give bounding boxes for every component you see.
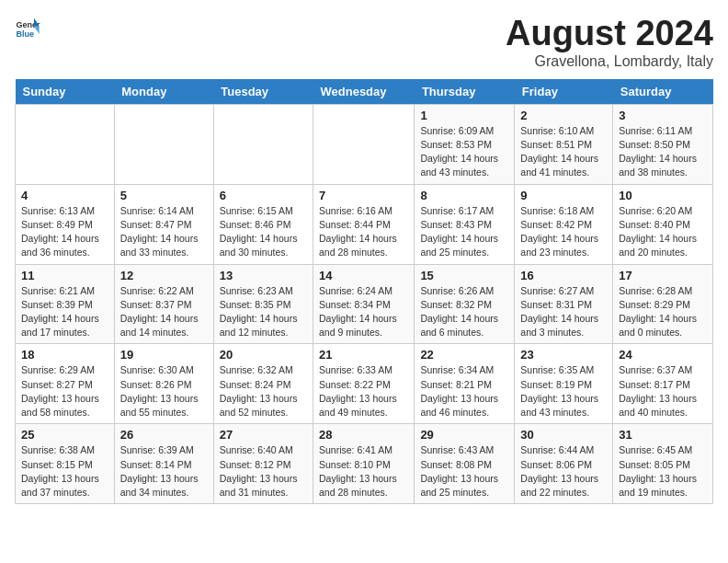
calendar-cell: 24Sunrise: 6:37 AMSunset: 8:17 PMDayligh… <box>613 344 713 424</box>
week-row-2: 4Sunrise: 6:13 AMSunset: 8:49 PMDaylight… <box>16 184 713 264</box>
col-header-monday: Monday <box>114 79 213 105</box>
calendar-cell: 6Sunrise: 6:15 AMSunset: 8:46 PMDaylight… <box>213 184 313 264</box>
calendar-cell: 4Sunrise: 6:13 AMSunset: 8:49 PMDaylight… <box>16 184 115 264</box>
day-info: Sunrise: 6:37 AMSunset: 8:17 PMDaylight:… <box>619 363 707 419</box>
day-number: 13 <box>220 269 307 282</box>
day-number: 7 <box>319 189 408 202</box>
day-number: 24 <box>619 348 707 362</box>
calendar-cell: 18Sunrise: 6:29 AMSunset: 8:27 PMDayligh… <box>16 344 115 424</box>
calendar-cell: 22Sunrise: 6:34 AMSunset: 8:21 PMDayligh… <box>415 344 515 424</box>
calendar-cell: 12Sunrise: 6:22 AMSunset: 8:37 PMDayligh… <box>114 264 213 344</box>
day-info: Sunrise: 6:28 AMSunset: 8:29 PMDaylight:… <box>619 284 707 340</box>
calendar-cell: 7Sunrise: 6:16 AMSunset: 8:44 PMDaylight… <box>313 184 415 264</box>
day-info: Sunrise: 6:11 AMSunset: 8:50 PMDaylight:… <box>619 124 707 180</box>
day-number: 29 <box>420 428 508 442</box>
day-number: 8 <box>420 189 508 202</box>
day-number: 5 <box>120 189 208 202</box>
day-number: 11 <box>21 269 108 282</box>
day-info: Sunrise: 6:26 AMSunset: 8:32 PMDaylight:… <box>420 284 508 340</box>
calendar-cell: 29Sunrise: 6:43 AMSunset: 8:08 PMDayligh… <box>415 424 515 504</box>
calendar-cell: 25Sunrise: 6:38 AMSunset: 8:15 PMDayligh… <box>16 424 115 504</box>
col-header-sunday: Sunday <box>16 79 115 105</box>
day-number: 10 <box>619 189 707 202</box>
svg-marker-3 <box>34 27 40 34</box>
day-number: 21 <box>319 348 408 362</box>
day-info: Sunrise: 6:38 AMSunset: 8:15 PMDaylight:… <box>21 443 108 500</box>
day-number: 18 <box>21 348 108 362</box>
calendar-cell: 8Sunrise: 6:17 AMSunset: 8:43 PMDaylight… <box>415 184 515 264</box>
day-info: Sunrise: 6:33 AMSunset: 8:22 PMDaylight:… <box>319 363 408 419</box>
week-row-3: 11Sunrise: 6:21 AMSunset: 8:39 PMDayligh… <box>16 264 713 344</box>
calendar-cell: 23Sunrise: 6:35 AMSunset: 8:19 PMDayligh… <box>515 344 613 424</box>
col-header-wednesday: Wednesday <box>313 79 415 105</box>
calendar-cell: 13Sunrise: 6:23 AMSunset: 8:35 PMDayligh… <box>213 264 313 344</box>
calendar-cell: 1Sunrise: 6:09 AMSunset: 8:53 PMDaylight… <box>415 104 515 184</box>
calendar-cell: 28Sunrise: 6:41 AMSunset: 8:10 PMDayligh… <box>313 424 415 504</box>
location: Gravellona, Lombardy, Italy <box>506 53 713 70</box>
col-header-thursday: Thursday <box>415 79 515 105</box>
week-row-4: 18Sunrise: 6:29 AMSunset: 8:27 PMDayligh… <box>16 344 713 424</box>
day-number: 20 <box>220 348 307 362</box>
calendar-cell: 30Sunrise: 6:44 AMSunset: 8:06 PMDayligh… <box>515 424 613 504</box>
calendar-cell <box>114 104 213 184</box>
calendar-cell: 3Sunrise: 6:11 AMSunset: 8:50 PMDaylight… <box>613 104 713 184</box>
calendar-cell: 16Sunrise: 6:27 AMSunset: 8:31 PMDayligh… <box>515 264 613 344</box>
calendar-cell: 11Sunrise: 6:21 AMSunset: 8:39 PMDayligh… <box>16 264 115 344</box>
calendar-table: SundayMondayTuesdayWednesdayThursdayFrid… <box>15 79 713 504</box>
day-info: Sunrise: 6:15 AMSunset: 8:46 PMDaylight:… <box>220 204 307 260</box>
day-number: 4 <box>21 189 108 202</box>
day-info: Sunrise: 6:32 AMSunset: 8:24 PMDaylight:… <box>220 363 307 419</box>
col-header-friday: Friday <box>515 79 613 105</box>
calendar-cell <box>16 104 115 184</box>
day-info: Sunrise: 6:29 AMSunset: 8:27 PMDaylight:… <box>21 363 108 419</box>
month-year: August 2024 <box>506 15 713 53</box>
day-info: Sunrise: 6:35 AMSunset: 8:19 PMDaylight:… <box>520 363 607 419</box>
day-number: 26 <box>120 428 208 442</box>
day-number: 12 <box>120 269 208 282</box>
day-info: Sunrise: 6:20 AMSunset: 8:40 PMDaylight:… <box>619 204 707 260</box>
day-info: Sunrise: 6:27 AMSunset: 8:31 PMDaylight:… <box>520 284 607 340</box>
day-info: Sunrise: 6:22 AMSunset: 8:37 PMDaylight:… <box>120 284 208 340</box>
day-number: 23 <box>520 348 607 362</box>
day-info: Sunrise: 6:10 AMSunset: 8:51 PMDaylight:… <box>520 124 607 180</box>
day-number: 27 <box>220 428 307 442</box>
col-header-saturday: Saturday <box>613 79 713 105</box>
calendar-cell: 17Sunrise: 6:28 AMSunset: 8:29 PMDayligh… <box>613 264 713 344</box>
day-number: 2 <box>520 109 607 122</box>
day-info: Sunrise: 6:39 AMSunset: 8:14 PMDaylight:… <box>120 443 208 500</box>
calendar-cell: 14Sunrise: 6:24 AMSunset: 8:34 PMDayligh… <box>313 264 415 344</box>
day-info: Sunrise: 6:34 AMSunset: 8:21 PMDaylight:… <box>420 363 508 419</box>
week-row-5: 25Sunrise: 6:38 AMSunset: 8:15 PMDayligh… <box>16 424 713 504</box>
calendar-cell: 21Sunrise: 6:33 AMSunset: 8:22 PMDayligh… <box>313 344 415 424</box>
day-number: 16 <box>520 269 607 282</box>
calendar-cell <box>313 104 415 184</box>
day-info: Sunrise: 6:41 AMSunset: 8:10 PMDaylight:… <box>319 443 408 500</box>
day-number: 9 <box>520 189 607 202</box>
day-info: Sunrise: 6:45 AMSunset: 8:05 PMDaylight:… <box>619 443 707 500</box>
day-info: Sunrise: 6:09 AMSunset: 8:53 PMDaylight:… <box>420 124 508 180</box>
calendar-cell: 9Sunrise: 6:18 AMSunset: 8:42 PMDaylight… <box>515 184 613 264</box>
calendar-cell: 5Sunrise: 6:14 AMSunset: 8:47 PMDaylight… <box>114 184 213 264</box>
day-number: 25 <box>21 428 108 442</box>
calendar-cell: 10Sunrise: 6:20 AMSunset: 8:40 PMDayligh… <box>613 184 713 264</box>
day-info: Sunrise: 6:40 AMSunset: 8:12 PMDaylight:… <box>220 443 307 500</box>
day-info: Sunrise: 6:44 AMSunset: 8:06 PMDaylight:… <box>520 443 607 500</box>
page-header: General Blue August 2024 Gravellona, Lom… <box>15 15 713 70</box>
calendar-cell: 26Sunrise: 6:39 AMSunset: 8:14 PMDayligh… <box>114 424 213 504</box>
day-number: 19 <box>120 348 208 362</box>
calendar-cell: 19Sunrise: 6:30 AMSunset: 8:26 PMDayligh… <box>114 344 213 424</box>
day-info: Sunrise: 6:23 AMSunset: 8:35 PMDaylight:… <box>220 284 307 340</box>
day-info: Sunrise: 6:16 AMSunset: 8:44 PMDaylight:… <box>319 204 408 260</box>
calendar-cell: 27Sunrise: 6:40 AMSunset: 8:12 PMDayligh… <box>213 424 313 504</box>
day-number: 22 <box>420 348 508 362</box>
day-number: 31 <box>619 428 707 442</box>
day-info: Sunrise: 6:18 AMSunset: 8:42 PMDaylight:… <box>520 204 607 260</box>
day-number: 15 <box>420 269 508 282</box>
day-number: 30 <box>520 428 607 442</box>
day-info: Sunrise: 6:13 AMSunset: 8:49 PMDaylight:… <box>21 204 108 260</box>
calendar-cell: 15Sunrise: 6:26 AMSunset: 8:32 PMDayligh… <box>415 264 515 344</box>
day-number: 17 <box>619 269 707 282</box>
day-info: Sunrise: 6:43 AMSunset: 8:08 PMDaylight:… <box>420 443 508 500</box>
logo-icon: General Blue <box>15 15 40 40</box>
calendar-cell: 20Sunrise: 6:32 AMSunset: 8:24 PMDayligh… <box>213 344 313 424</box>
